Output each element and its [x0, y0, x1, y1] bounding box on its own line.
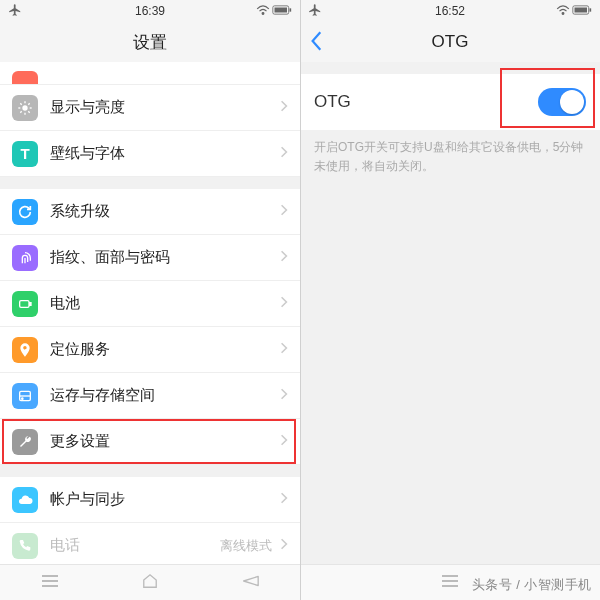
otg-toggle-row[interactable]: OTG [300, 74, 600, 130]
chevron-right-icon [280, 249, 288, 267]
row-label: 定位服务 [50, 340, 280, 359]
nav-menu-icon[interactable] [40, 574, 60, 592]
airplane-icon [308, 3, 322, 20]
airplane-icon [8, 3, 22, 20]
svg-point-0 [262, 12, 264, 14]
chevron-right-icon [280, 387, 288, 405]
svg-rect-25 [575, 8, 588, 13]
battery-icon [572, 4, 592, 18]
row-label: 显示与亮度 [50, 98, 280, 117]
row-label: 电话 [50, 536, 220, 555]
svg-point-4 [22, 105, 27, 110]
finger-icon [12, 245, 38, 271]
settings-row-storage[interactable]: 运存与存储空间 [0, 373, 300, 419]
svg-line-11 [20, 111, 21, 112]
otg-toggle[interactable] [538, 88, 586, 116]
chevron-right-icon [280, 433, 288, 451]
row-subtext: 离线模式 [220, 537, 272, 555]
row-label: 系统升级 [50, 202, 280, 221]
chevron-right-icon [280, 537, 288, 555]
otg-screen: 16:52 OTG OTG 开启OTG开关可支持U [300, 0, 600, 600]
status-bar: 16:39 [0, 0, 300, 22]
chevron-right-icon [280, 145, 288, 163]
otg-description: 开启OTG开关可支持U盘和给其它设备供电，5分钟未使用，将自动关闭。 [300, 130, 600, 176]
settings-row-update[interactable]: 系统升级 [0, 189, 300, 235]
page-title: 设置 [0, 22, 300, 62]
settings-row-location[interactable]: 定位服务 [0, 327, 300, 373]
svg-rect-3 [275, 8, 288, 13]
chevron-right-icon [280, 99, 288, 117]
settings-list: 显示与亮度T壁纸与字体系统升级指纹、面部与密码电池定位服务运存与存储空间更多设置… [0, 62, 300, 600]
settings-row-account[interactable]: 帐户与同步 [0, 477, 300, 523]
settings-row-biometric[interactable]: 指纹、面部与密码 [0, 235, 300, 281]
battery-icon [272, 4, 292, 18]
svg-line-9 [20, 103, 21, 104]
page-title: OTG [300, 22, 600, 62]
row-label: 壁纸与字体 [50, 144, 280, 163]
T-icon: T [12, 141, 38, 167]
nav-bar [0, 564, 300, 600]
cloud-icon [12, 487, 38, 513]
refresh-icon [12, 199, 38, 225]
settings-row-battery[interactable]: 电池 [0, 281, 300, 327]
pin-icon [12, 337, 38, 363]
svg-line-10 [28, 111, 29, 112]
nav-home-icon[interactable] [141, 573, 159, 593]
watermark: 头条号 / 小智测手机 [472, 576, 592, 594]
sun-icon [12, 95, 38, 121]
svg-rect-2 [290, 8, 292, 11]
phone-icon [12, 533, 38, 559]
chevron-right-icon [280, 203, 288, 221]
wifi-icon [556, 4, 570, 19]
wifi-icon [256, 4, 270, 19]
disk-icon [12, 383, 38, 409]
svg-rect-14 [30, 302, 31, 305]
toggle-knob [560, 90, 584, 114]
status-bar: 16:52 [300, 0, 600, 22]
battery-icon [12, 291, 38, 317]
row-label: 帐户与同步 [50, 490, 280, 509]
row-label: 电池 [50, 294, 280, 313]
nav-menu-icon[interactable] [440, 574, 460, 592]
settings-screen: 16:39 设置 显示与亮度T壁纸与字体系统升级指纹、面部与密码电池定位服务运存… [0, 0, 300, 600]
svg-rect-13 [20, 300, 29, 307]
row-label: 更多设置 [50, 432, 280, 451]
chevron-right-icon [280, 491, 288, 509]
settings-row-phone[interactable]: 电话离线模式 [0, 523, 300, 569]
otg-label: OTG [314, 92, 351, 112]
svg-point-17 [22, 398, 23, 399]
svg-point-22 [562, 12, 564, 14]
status-time: 16:39 [0, 4, 300, 18]
settings-row-wallpaper[interactable]: T壁纸与字体 [0, 131, 300, 177]
chevron-right-icon [280, 295, 288, 313]
svg-line-12 [28, 103, 29, 104]
row-label: 运存与存储空间 [50, 386, 280, 405]
status-time: 16:52 [300, 4, 600, 18]
nav-back-icon[interactable] [240, 574, 260, 592]
svg-rect-24 [590, 8, 592, 11]
settings-row-display[interactable]: 显示与亮度 [0, 85, 300, 131]
row-label: 指纹、面部与密码 [50, 248, 280, 267]
screen-divider [300, 0, 301, 600]
wrench-icon [12, 429, 38, 455]
settings-row-more[interactable]: 更多设置 [0, 419, 300, 465]
back-button[interactable] [310, 30, 334, 54]
chevron-right-icon [280, 341, 288, 359]
